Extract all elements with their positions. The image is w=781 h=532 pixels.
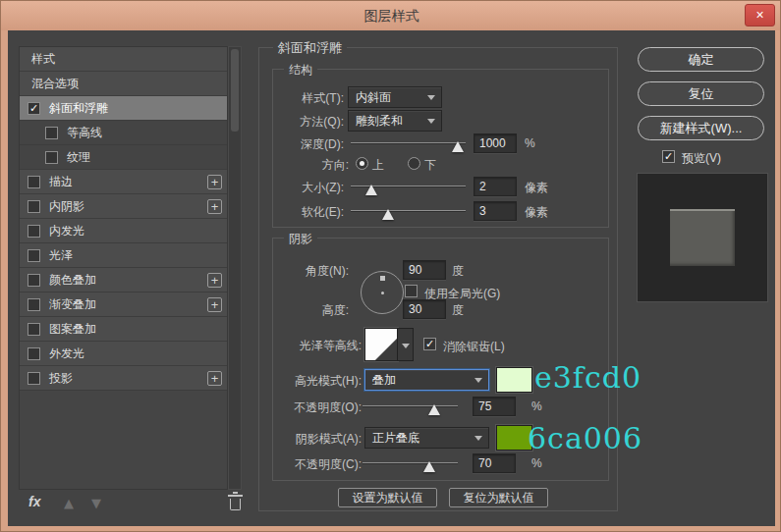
chevron-down-icon [474, 378, 482, 383]
fx-icon[interactable]: fx [28, 494, 40, 509]
style-label: 样式(T): [273, 90, 344, 107]
structure-legend: 结构 [284, 62, 317, 79]
size-input[interactable] [474, 177, 517, 196]
sidebar-scrollbar[interactable] [228, 46, 242, 490]
altitude-unit: 度 [452, 302, 464, 319]
angle-input[interactable] [403, 260, 446, 280]
plus-icon[interactable]: + [207, 297, 222, 312]
sidebar-item-satin[interactable]: 光泽 [20, 243, 227, 268]
plus-icon[interactable]: + [207, 175, 222, 189]
sidebar-item-stroke[interactable]: 描边 + [20, 170, 227, 194]
sidebar-item-gradient-overlay[interactable]: 渐变叠加 + [20, 293, 227, 317]
depth-unit: % [525, 136, 535, 150]
checkbox-checked[interactable]: ✓ [28, 102, 40, 115]
highlight-color-swatch[interactable] [496, 367, 532, 393]
effect-list-toolbar: fx ▲ ▼ [19, 492, 242, 517]
shadow-opacity-slider-thumb[interactable] [423, 461, 435, 472]
dialog-body: 样式 混合选项 ✓ 斜面和浮雕 等高线 纹理 描边 + [8, 30, 775, 526]
depth-slider-thumb[interactable] [452, 141, 464, 152]
depth-slider-track[interactable] [351, 142, 466, 144]
shadow-mode-label: 阴影模式(A): [273, 431, 362, 448]
depth-input[interactable] [474, 133, 517, 153]
move-down-icon[interactable]: ▼ [91, 496, 101, 510]
sidebar-item-contour[interactable]: 等高线 [20, 121, 227, 145]
preview-thumbnail [637, 173, 768, 302]
use-global-light-checkbox[interactable] [405, 285, 418, 297]
gloss-contour-label: 光泽等高线: [273, 338, 362, 354]
checkbox-unchecked[interactable] [28, 274, 40, 287]
altitude-input[interactable] [403, 299, 446, 319]
sidebar-item-pattern-overlay[interactable]: 图案叠加 [20, 317, 227, 342]
reset-default-button[interactable]: 复位为默认值 [449, 488, 548, 507]
preview-checkbox[interactable]: ✓ [662, 150, 675, 163]
checkbox-unchecked[interactable] [28, 298, 40, 311]
effect-list: 样式 混合选项 ✓ 斜面和浮雕 等高线 纹理 描边 + [19, 46, 228, 490]
size-slider-thumb[interactable] [365, 185, 377, 195]
angle-center-dot [381, 292, 384, 294]
dialog-title: 图层样式 [1, 1, 781, 30]
chevron-down-icon [427, 119, 435, 124]
sidebar-item-outer-glow[interactable]: 外发光 [20, 342, 227, 366]
direction-down-radio[interactable] [408, 157, 420, 170]
angle-marker [380, 276, 385, 281]
sidebar-item-blending-options[interactable]: 混合选项 [20, 72, 227, 96]
direction-up-radio[interactable] [356, 157, 368, 170]
checkbox-unchecked[interactable] [28, 323, 40, 336]
move-up-icon[interactable]: ▲ [64, 496, 74, 510]
preview-bevel-square [670, 209, 735, 266]
size-unit: 像素 [525, 180, 548, 196]
style-dropdown[interactable]: 内斜面 [348, 86, 442, 108]
plus-icon[interactable]: + [207, 273, 222, 288]
sidebar-item-drop-shadow[interactable]: 投影 + [20, 366, 227, 391]
title-bar[interactable]: 图层样式 × [1, 1, 781, 30]
sidebar-item-color-overlay[interactable]: 颜色叠加 + [20, 268, 227, 293]
soften-input[interactable] [474, 201, 517, 221]
shadow-opacity-unit: % [531, 456, 542, 470]
shadow-opacity-label: 不透明度(C): [273, 456, 362, 473]
checkbox-unchecked[interactable] [28, 372, 40, 385]
highlight-opacity-slider-thumb[interactable] [428, 404, 440, 415]
chevron-down-icon [427, 95, 435, 100]
reset-button[interactable]: 复位 [638, 81, 764, 106]
soften-unit: 像素 [525, 204, 548, 221]
make-default-button[interactable]: 设置为默认值 [338, 488, 437, 507]
highlight-opacity-input[interactable] [473, 397, 516, 416]
direction-down-label: 下 [424, 157, 436, 174]
checkbox-unchecked[interactable] [28, 176, 40, 188]
checkbox-unchecked[interactable] [45, 151, 58, 164]
technique-dropdown[interactable]: 雕刻柔和 [348, 110, 442, 132]
chevron-down-icon [402, 344, 410, 348]
sidebar-item-texture[interactable]: 纹理 [20, 145, 227, 170]
soften-slider-thumb[interactable] [382, 209, 394, 220]
sidebar-item-bevel-emboss[interactable]: ✓ 斜面和浮雕 [20, 96, 227, 121]
angle-label: 角度(N): [273, 263, 349, 280]
plus-icon[interactable]: + [207, 199, 222, 214]
plus-icon[interactable]: + [207, 371, 222, 386]
direction-up-label: 上 [372, 157, 384, 174]
shadow-mode-dropdown[interactable]: 正片叠底 [364, 427, 489, 449]
close-button[interactable]: × [745, 4, 775, 27]
new-style-button[interactable]: 新建样式(W)... [638, 116, 764, 140]
shadow-opacity-slider-track[interactable] [363, 462, 458, 464]
scrollbar-thumb[interactable] [231, 49, 239, 132]
technique-label: 方法(Q): [273, 114, 344, 131]
checkbox-unchecked[interactable] [45, 127, 58, 139]
shadow-opacity-input[interactable] [473, 453, 516, 473]
delete-effect-icon[interactable] [230, 499, 241, 510]
checkbox-unchecked[interactable] [28, 249, 40, 262]
angle-dial[interactable] [361, 271, 404, 314]
checkbox-unchecked[interactable] [28, 347, 40, 360]
sidebar-item-inner-shadow[interactable]: 内阴影 + [20, 194, 227, 219]
soften-slider-track[interactable] [351, 210, 466, 212]
ok-button[interactable]: 确定 [638, 47, 764, 72]
sidebar-item-inner-glow[interactable]: 内发光 [20, 219, 227, 243]
highlight-opacity-slider-track[interactable] [363, 405, 458, 407]
highlight-mode-dropdown[interactable]: 叠加 [364, 369, 489, 391]
anti-alias-checkbox[interactable]: ✓ [423, 338, 436, 350]
gloss-contour-dropdown[interactable] [398, 328, 414, 361]
gloss-contour-swatch[interactable] [364, 328, 398, 361]
checkbox-unchecked[interactable] [28, 200, 40, 213]
sidebar-item-styles[interactable]: 样式 [20, 47, 227, 72]
check-icon: ✓ [663, 151, 674, 163]
checkbox-unchecked[interactable] [28, 225, 40, 238]
